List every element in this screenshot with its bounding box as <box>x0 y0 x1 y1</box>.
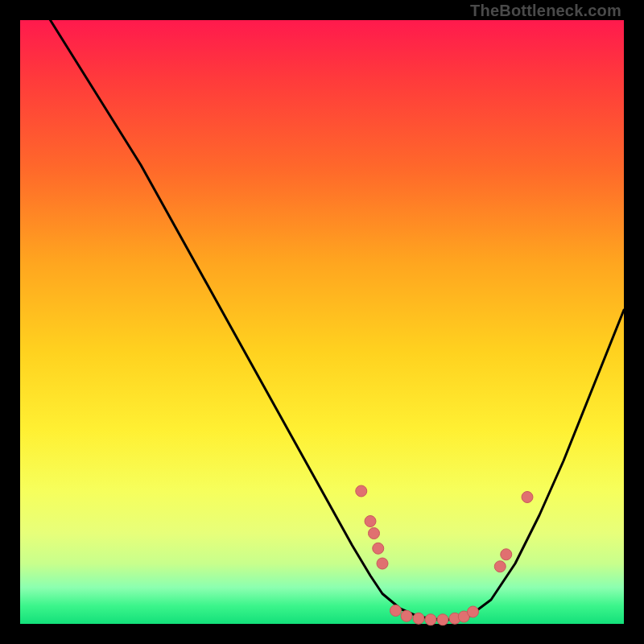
curve-layer <box>20 20 624 624</box>
bottleneck-curve <box>20 0 624 621</box>
data-marker <box>390 605 402 617</box>
data-markers <box>356 485 533 625</box>
plot-area <box>20 20 624 624</box>
data-marker <box>522 492 533 503</box>
data-marker <box>501 549 512 560</box>
data-marker <box>468 606 479 617</box>
data-marker <box>425 614 436 625</box>
data-marker <box>365 516 376 527</box>
watermark-text: TheBottleneck.com <box>470 2 621 20</box>
data-marker <box>413 613 424 624</box>
data-marker <box>494 561 506 572</box>
data-marker <box>369 528 380 539</box>
data-marker <box>437 614 448 625</box>
data-marker <box>401 610 412 621</box>
chart-frame: TheBottleneck.com <box>0 0 644 644</box>
data-marker <box>356 485 367 497</box>
data-marker <box>373 543 384 554</box>
data-marker <box>377 558 388 569</box>
